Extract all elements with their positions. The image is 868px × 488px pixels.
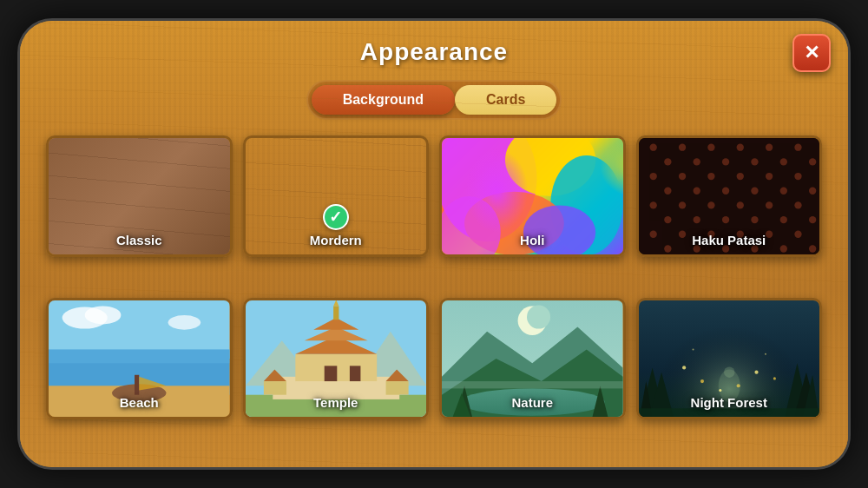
- svg-point-7: [649, 144, 656, 151]
- haku-label: Haku Patasi: [692, 233, 766, 247]
- svg-point-28: [751, 188, 758, 195]
- nature-label: Nature: [511, 395, 553, 410]
- theme-card-modern[interactable]: ✓ Mordern: [243, 135, 430, 257]
- svg-point-49: [664, 245, 671, 252]
- svg-point-5: [442, 196, 501, 254]
- temple-label: Temple: [313, 395, 358, 410]
- theme-card-nature[interactable]: Nature: [439, 298, 626, 419]
- theme-card-haku[interactable]: Haku Patasi: [636, 135, 823, 257]
- svg-point-27: [721, 188, 728, 195]
- svg-rect-80: [385, 381, 408, 395]
- theme-card-beach[interactable]: Beach: [46, 298, 233, 419]
- svg-point-15: [721, 158, 728, 165]
- svg-point-84: [527, 305, 550, 328]
- svg-point-110: [723, 366, 734, 378]
- svg-point-8: [678, 144, 685, 151]
- svg-point-25: [664, 188, 671, 195]
- svg-rect-57: [49, 350, 230, 364]
- svg-point-14: [693, 158, 700, 165]
- svg-point-94: [682, 366, 686, 369]
- svg-point-1: [505, 138, 595, 196]
- svg-point-61: [168, 315, 201, 330]
- svg-point-40: [751, 216, 758, 223]
- svg-point-17: [779, 158, 786, 165]
- classic-label: Classic: [116, 233, 162, 247]
- svg-rect-78: [263, 381, 286, 395]
- svg-point-99: [773, 377, 775, 379]
- close-button[interactable]: ✕: [792, 34, 831, 72]
- svg-point-42: [808, 216, 815, 223]
- svg-point-12: [794, 144, 801, 151]
- svg-point-20: [678, 173, 685, 180]
- svg-point-31: [649, 201, 656, 208]
- modal-background: ✕ Appearance Background Cards Classic ✓ …: [20, 21, 848, 467]
- svg-point-29: [779, 188, 786, 195]
- svg-point-101: [764, 353, 766, 355]
- svg-point-16: [751, 158, 758, 165]
- tab-background[interactable]: Background: [312, 85, 455, 115]
- theme-card-temple[interactable]: Temple: [243, 298, 430, 419]
- svg-point-9: [707, 144, 714, 151]
- svg-point-3: [464, 192, 564, 254]
- selected-checkmark: ✓: [323, 204, 349, 230]
- svg-point-100: [692, 349, 694, 351]
- close-icon: ✕: [804, 43, 819, 63]
- svg-point-19: [649, 173, 656, 180]
- svg-point-98: [754, 371, 758, 374]
- svg-point-18: [808, 158, 815, 165]
- svg-point-0: [442, 138, 536, 241]
- svg-point-24: [794, 173, 801, 180]
- svg-point-54: [808, 245, 815, 252]
- beach-label: Beach: [120, 395, 159, 410]
- svg-point-2: [550, 155, 622, 254]
- theme-grid: Classic ✓ Mordern: [46, 135, 822, 450]
- svg-point-35: [765, 201, 772, 208]
- modern-label: Mordern: [310, 233, 362, 247]
- tab-cards[interactable]: Cards: [455, 85, 556, 115]
- svg-rect-63: [135, 375, 139, 395]
- svg-point-60: [85, 307, 122, 325]
- svg-point-34: [736, 201, 743, 208]
- svg-point-95: [700, 379, 703, 383]
- svg-point-36: [794, 201, 801, 208]
- svg-rect-76: [324, 366, 337, 381]
- svg-point-13: [664, 158, 671, 165]
- svg-point-21: [707, 173, 714, 180]
- svg-point-53: [779, 245, 786, 252]
- svg-point-47: [765, 231, 772, 238]
- modal-title: Appearance: [360, 38, 508, 66]
- theme-card-nightforest[interactable]: Night Forest: [636, 298, 823, 419]
- svg-point-41: [779, 216, 786, 223]
- svg-point-22: [736, 173, 743, 180]
- svg-point-37: [664, 216, 671, 223]
- nightforest-label: Night Forest: [691, 395, 767, 410]
- theme-card-holi[interactable]: Holi: [439, 135, 626, 257]
- svg-point-38: [693, 216, 700, 223]
- svg-point-26: [693, 188, 700, 195]
- theme-card-classic[interactable]: Classic: [46, 135, 233, 257]
- check-icon: ✓: [329, 209, 342, 225]
- phone-frame: ✕ Appearance Background Cards Classic ✓ …: [17, 18, 851, 470]
- svg-rect-74: [333, 307, 339, 320]
- svg-point-48: [794, 231, 801, 238]
- svg-point-33: [707, 201, 714, 208]
- svg-point-43: [649, 231, 656, 238]
- svg-point-30: [808, 188, 815, 195]
- svg-point-11: [765, 144, 772, 151]
- svg-point-23: [765, 173, 772, 180]
- tabs-container: Background Cards: [306, 80, 562, 120]
- svg-point-32: [678, 201, 685, 208]
- svg-rect-77: [349, 366, 360, 381]
- svg-point-44: [678, 231, 685, 238]
- svg-rect-91: [442, 381, 623, 388]
- svg-point-39: [721, 216, 728, 223]
- holi-label: Holi: [520, 233, 544, 247]
- svg-point-10: [736, 144, 743, 151]
